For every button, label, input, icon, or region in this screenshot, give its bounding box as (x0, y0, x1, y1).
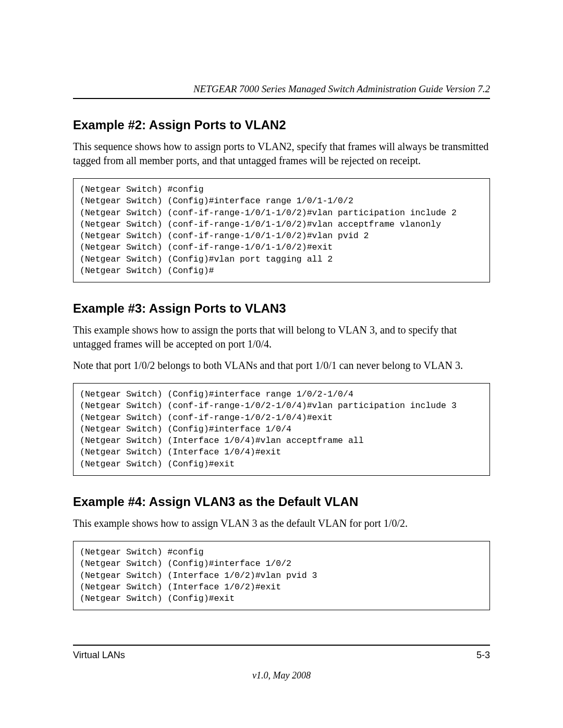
page-header: NETGEAR 7000 Series Managed Switch Admin… (73, 83, 490, 99)
paragraph-ex3-2: Note that port 1/0/2 belongs to both VLA… (73, 359, 490, 373)
code-block-ex2: (Netgear Switch) #config (Netgear Switch… (73, 178, 490, 282)
heading-example-2: Example #2: Assign Ports to VLAN2 (73, 118, 490, 132)
page-footer: Virtual LANs 5-3 v1.0, May 2008 (73, 645, 490, 681)
paragraph-ex2: This sequence shows how to assign ports … (73, 140, 490, 168)
paragraph-ex4: This example shows how to assign VLAN 3 … (73, 516, 490, 530)
paragraph-ex3-1: This example shows how to assign the por… (73, 323, 490, 351)
heading-example-3: Example #3: Assign Ports to VLAN3 (73, 301, 490, 316)
code-block-ex4: (Netgear Switch) #config (Netgear Switch… (73, 541, 490, 610)
footer-row: Virtual LANs 5-3 (73, 650, 490, 661)
code-block-ex3: (Netgear Switch) (Config)#interface rang… (73, 383, 490, 476)
heading-example-4: Example #4: Assign VLAN3 as the Default … (73, 495, 490, 509)
footer-rule (73, 645, 490, 646)
header-title: NETGEAR 7000 Series Managed Switch Admin… (193, 83, 490, 94)
footer-version: v1.0, May 2008 (73, 670, 490, 681)
footer-chapter: Virtual LANs (73, 650, 125, 661)
footer-page-number: 5-3 (476, 650, 490, 661)
